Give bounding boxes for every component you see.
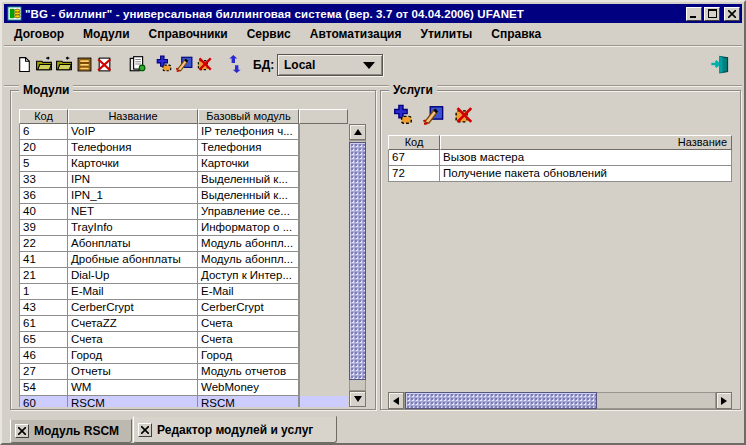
new-document-button[interactable]: [14, 54, 34, 74]
scroll-down-button[interactable]: [349, 391, 366, 407]
cell-filler: [299, 204, 348, 220]
cell-base-module: RSCM: [198, 396, 299, 407]
cell-base-module: Модуль абонпл...: [198, 236, 299, 252]
edit-service-icon: [422, 104, 444, 126]
refresh-button[interactable]: [225, 54, 245, 74]
cell-code: 67: [388, 150, 440, 166]
title-bar[interactable]: "BG - биллинг" - универсальная биллингов…: [4, 4, 742, 23]
table-row[interactable]: 65СчетаСчета: [19, 332, 349, 348]
maximize-button[interactable]: [704, 7, 720, 21]
cell-filler: [299, 348, 348, 364]
cell-name: Карточки: [68, 156, 198, 172]
table-row[interactable]: 21Dial-UpДоступ к Интер...: [19, 268, 349, 284]
scroll-left-button[interactable]: [388, 392, 404, 409]
cell-code: 33: [19, 172, 68, 188]
table-row[interactable]: 54WMWebMoney: [19, 380, 349, 396]
cell-name: Отчеты: [68, 364, 198, 380]
menu-item[interactable]: Автоматизация: [304, 25, 408, 43]
table-row[interactable]: 39TrayInfoИнформатор о ...: [19, 220, 349, 236]
edit-item-icon: [175, 55, 193, 73]
cell-name: Вызов мастера: [440, 150, 732, 166]
services-panel-title: Услуги: [389, 83, 437, 97]
db-combobox[interactable]: Local: [277, 54, 383, 76]
cell-code: 54: [19, 380, 68, 396]
cell-code: 39: [19, 220, 68, 236]
close-button[interactable]: [724, 7, 740, 21]
cell-filler: [299, 268, 348, 284]
scroll-right-button[interactable]: [716, 392, 732, 409]
menu-item[interactable]: Договор: [8, 25, 70, 43]
modules-panel-title: Модули: [19, 83, 73, 97]
delete-service-button[interactable]: [451, 103, 475, 127]
archive-drawer-button[interactable]: [74, 54, 94, 74]
cell-name: VoIP: [68, 124, 198, 140]
open-folder-icon: [35, 56, 53, 73]
scroll-thumb[interactable]: [349, 142, 366, 380]
scroll-up-button[interactable]: [349, 124, 366, 140]
column-header-code[interactable]: Код: [388, 135, 440, 150]
exit-button[interactable]: [708, 52, 732, 76]
table-row[interactable]: 5КарточкиКарточки: [19, 156, 349, 172]
table-row[interactable]: 6VoIPIP телефония ч...: [19, 124, 349, 140]
cell-name: Город: [68, 348, 198, 364]
table-row[interactable]: 36IPN_1Выделенный к...: [19, 188, 349, 204]
tab-editor-modules-services[interactable]: Редактор модулей и услуг: [133, 416, 337, 443]
table-row[interactable]: 72Получение пакета обновлений: [388, 166, 732, 182]
modules-vertical-scrollbar[interactable]: [349, 124, 366, 407]
import-folder-button[interactable]: [54, 54, 74, 74]
edit-item-button[interactable]: [174, 54, 194, 74]
menu-item[interactable]: Справка: [485, 25, 547, 43]
column-header-code[interactable]: Код: [19, 109, 68, 124]
cell-name: Абонплаты: [68, 236, 198, 252]
menu-bar: ДоговорМодулиСправочникиСервисАвтоматиза…: [4, 23, 742, 46]
cell-filler: [299, 220, 348, 236]
cell-name: TrayInfo: [68, 220, 198, 236]
table-row[interactable]: 61СчетаZZСчета: [19, 316, 349, 332]
table-row[interactable]: 20ТелефонияТелефония: [19, 140, 349, 156]
edit-service-button[interactable]: [421, 103, 445, 127]
copy-record-button[interactable]: [127, 54, 147, 74]
services-horizontal-scrollbar[interactable]: [388, 392, 732, 409]
cell-filler: [299, 236, 348, 252]
cell-name: IPN: [68, 172, 198, 188]
cell-name: Телефония: [68, 140, 198, 156]
menu-item[interactable]: Справочники: [143, 25, 234, 43]
delete-record-button[interactable]: [94, 54, 114, 74]
db-label: БД:: [253, 58, 274, 72]
table-row[interactable]: 40NETУправление се...: [19, 204, 349, 220]
cell-base-module: CerberCrypt: [198, 300, 299, 316]
cell-name: E-Mail: [68, 284, 198, 300]
table-row[interactable]: 1E-MailE-Mail: [19, 284, 349, 300]
table-row[interactable]: 67Вызов мастера: [388, 150, 732, 166]
cell-filler: [299, 140, 348, 156]
table-row[interactable]: 22АбонплатыМодуль абонпл...: [19, 236, 349, 252]
table-row[interactable]: 46ГородГород: [19, 348, 349, 364]
cell-code: 61: [19, 316, 68, 332]
minimize-button[interactable]: [686, 7, 702, 21]
table-row[interactable]: 27ОтчетыМодуль отчетов: [19, 364, 349, 380]
cell-base-module: Карточки: [198, 156, 299, 172]
table-row[interactable]: 60RSCMRSCM: [19, 396, 349, 407]
table-row[interactable]: 43CerberCryptCerberCrypt: [19, 300, 349, 316]
menu-item[interactable]: Сервис: [241, 25, 297, 43]
tab-module-rscm[interactable]: Модуль RSCM: [10, 419, 132, 443]
column-header-name[interactable]: Название: [440, 135, 732, 150]
column-header-name[interactable]: Название: [68, 109, 198, 124]
tab-close-button[interactable]: [138, 423, 152, 437]
table-row[interactable]: 33IPNВыделенный к...: [19, 172, 349, 188]
cell-name: CerberCrypt: [68, 300, 198, 316]
column-header-base[interactable]: Базовый модуль: [198, 109, 299, 124]
refresh-icon: [227, 55, 243, 73]
add-service-button[interactable]: [391, 103, 415, 127]
menu-item[interactable]: Утилиты: [414, 25, 478, 43]
table-row[interactable]: 41Дробные абонплатыМодуль абонпл...: [19, 252, 349, 268]
menu-item[interactable]: Модули: [77, 25, 135, 43]
scroll-thumb[interactable]: [405, 392, 597, 409]
add-item-button[interactable]: [154, 54, 174, 74]
tab-close-button[interactable]: [15, 424, 29, 438]
cell-code: 22: [19, 236, 68, 252]
cell-base-module: Город: [198, 348, 299, 364]
open-folder-button[interactable]: [34, 54, 54, 74]
cell-name: Дробные абонплаты: [68, 252, 198, 268]
delete-item-button[interactable]: [194, 54, 214, 74]
